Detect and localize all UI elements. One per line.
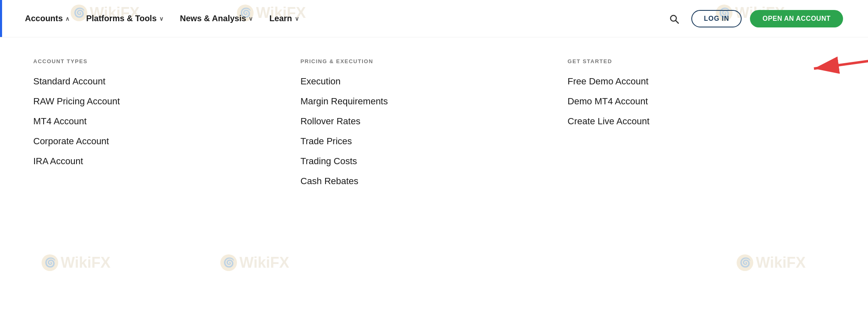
nav-item-platforms[interactable]: Platforms & Tools ∨	[86, 14, 163, 23]
menu-item-mt4-account[interactable]: MT4 Account	[33, 116, 284, 127]
nav-news-label: News & Analysis	[180, 14, 246, 23]
menu-item-standard-account[interactable]: Standard Account	[33, 76, 284, 87]
column-header-pricing: PRICING & EXECUTION	[301, 58, 551, 64]
search-icon	[669, 14, 679, 24]
nav-item-learn[interactable]: Learn ∨	[269, 14, 298, 23]
menu-item-execution[interactable]: Execution	[301, 76, 551, 87]
nav-accounts-label: Accounts	[25, 14, 63, 23]
watermark-6: 🌀 WikiFX	[737, 254, 806, 271]
watermark-5: 🌀 WikiFX	[220, 254, 289, 271]
learn-chevron-icon: ∨	[295, 15, 299, 22]
column-header-account-types: ACCOUNT TYPES	[33, 58, 284, 64]
menu-item-free-demo[interactable]: Free Demo Account	[567, 76, 818, 87]
search-button[interactable]	[665, 10, 683, 28]
menu-item-trade-prices[interactable]: Trade Prices	[301, 136, 551, 147]
news-chevron-icon: ∨	[249, 15, 253, 22]
menu-item-corporate-account[interactable]: Corporate Account	[33, 136, 284, 147]
active-indicator	[0, 0, 2, 37]
nav-left: Accounts ∧ Platforms & Tools ∨ News & An…	[25, 14, 665, 23]
dropdown-column-account-types: ACCOUNT TYPES Standard Account RAW Prici…	[33, 58, 301, 196]
menu-item-create-live[interactable]: Create Live Account	[567, 116, 818, 127]
nav-platforms-label: Platforms & Tools	[86, 14, 157, 23]
menu-item-trading-costs[interactable]: Trading Costs	[301, 156, 551, 167]
annotation-arrow	[801, 46, 868, 96]
open-account-button[interactable]: OPEN AN ACCOUNT	[750, 10, 843, 27]
nav-item-news[interactable]: News & Analysis ∨	[180, 14, 253, 23]
nav-right: LOG IN OPEN AN ACCOUNT	[665, 10, 843, 28]
svg-line-3	[814, 48, 868, 69]
nav-item-accounts[interactable]: Accounts ∧	[25, 14, 69, 23]
dropdown-column-pricing: PRICING & EXECUTION Execution Margin Req…	[301, 58, 568, 196]
watermark-4: 🌀 WikiFX	[42, 254, 111, 271]
navbar: Accounts ∧ Platforms & Tools ∨ News & An…	[0, 0, 868, 37]
accounts-chevron-up-icon: ∧	[65, 15, 69, 22]
svg-point-0	[671, 15, 676, 21]
svg-line-1	[676, 21, 678, 23]
column-header-get-started: GET STARTED	[567, 58, 818, 64]
login-button[interactable]: LOG IN	[691, 10, 742, 27]
platforms-chevron-icon: ∨	[159, 15, 163, 22]
menu-item-rollover-rates[interactable]: Rollover Rates	[301, 116, 551, 127]
menu-item-raw-pricing[interactable]: RAW Pricing Account	[33, 96, 284, 107]
nav-learn-label: Learn	[269, 14, 292, 23]
dropdown-column-get-started: GET STARTED Free Demo Account Demo MT4 A…	[567, 58, 835, 196]
menu-item-demo-mt4[interactable]: Demo MT4 Account	[567, 96, 818, 107]
menu-item-margin-requirements[interactable]: Margin Requirements	[301, 96, 551, 107]
menu-item-cash-rebates[interactable]: Cash Rebates	[301, 176, 551, 187]
dropdown-menu: ACCOUNT TYPES Standard Account RAW Prici…	[0, 37, 868, 221]
menu-item-ira-account[interactable]: IRA Account	[33, 156, 284, 167]
